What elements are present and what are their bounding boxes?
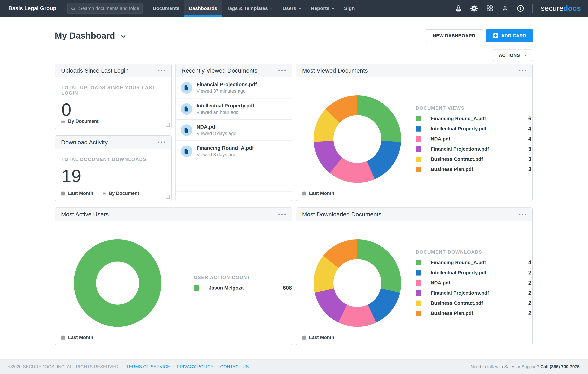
document-icon xyxy=(181,124,192,136)
nav-item-users[interactable]: Users xyxy=(278,0,306,17)
nav-item-reports[interactable]: Reports xyxy=(306,0,339,17)
legend-swatch xyxy=(416,260,421,265)
nav-item-sign[interactable]: Sign xyxy=(339,0,359,17)
terms-of-service-link[interactable]: TERMS OF SERVICE xyxy=(126,364,170,369)
card-menu-ellipsis[interactable] xyxy=(278,212,286,217)
account-name: Basis Legal Group xyxy=(8,5,56,11)
kpi-label: TOTAL DOCUMENT DOWNLOADS xyxy=(62,157,165,162)
legend-row: Financing Round_A.pdf6 xyxy=(416,115,531,122)
flask-icon[interactable] xyxy=(455,5,462,12)
add-card-button[interactable]: ADD CARD xyxy=(486,29,533,42)
legend-row: Business Contract.pdf3 xyxy=(416,156,531,162)
last-month-filter[interactable]: Last Month xyxy=(301,335,334,340)
gear-icon[interactable] xyxy=(470,5,478,12)
search-box[interactable] xyxy=(67,3,143,14)
card-most-viewed-documents: Most Viewed Documents DOCUMENT VIEWS Fin… xyxy=(296,64,533,201)
user-action-legend: USER ACTION COUNT Jason Melgoza608 xyxy=(194,275,292,291)
copyright-text: ©2020 SECUREDOCS, INC. ALL RIGHTS RESERV… xyxy=(8,364,120,369)
page-title: My Dashboard xyxy=(55,31,115,41)
legend-row: Financial Projections.pdf2 xyxy=(416,290,531,296)
card-uploads-since-last-login: Uploads Since Last Login TOTAL UPLOADS S… xyxy=(55,64,172,129)
last-month-filter[interactable]: Last Month xyxy=(301,191,334,196)
nav-divider xyxy=(532,4,533,13)
card-title: Download Activity xyxy=(61,139,108,146)
dashboard-header: My Dashboard NEW DASHBOARD ADD CARD xyxy=(55,28,533,43)
help-icon[interactable]: ? xyxy=(517,5,524,12)
nav-menu: Documents Dashboards Tags & Templates Us… xyxy=(148,0,359,17)
document-downloads-donut-chart xyxy=(314,239,401,327)
card-most-downloaded-documents: Most Downloaded Documents DOCUMENT DOWNL… xyxy=(296,208,533,345)
support-text: Need to talk with Sales or Support? Call… xyxy=(471,364,580,369)
legend-row: NDA.pdf2 xyxy=(416,280,531,286)
grid-apps-icon[interactable] xyxy=(486,5,493,12)
card-menu-ellipsis[interactable] xyxy=(278,68,286,73)
search-input[interactable] xyxy=(67,3,143,14)
card-footer-area xyxy=(176,191,292,201)
user-icon[interactable] xyxy=(501,5,509,12)
dashboard-select-chevron-icon[interactable] xyxy=(120,33,127,40)
card-resize-handle[interactable] xyxy=(166,195,169,199)
chevron-down-icon xyxy=(331,7,335,10)
actions-button[interactable]: ACTIONS xyxy=(493,50,533,61)
recent-document-row[interactable]: NDA.pdfViewed 8 days ago xyxy=(176,120,292,141)
new-dashboard-button[interactable]: NEW DASHBOARD xyxy=(426,29,482,42)
card-resize-handle[interactable] xyxy=(166,123,169,127)
by-document-filter[interactable]: By Document xyxy=(101,191,139,196)
document-views-donut-chart xyxy=(314,95,401,183)
document-name: Financing Round_A.pdf xyxy=(197,145,254,151)
chevron-down-icon xyxy=(270,7,273,10)
legend-row: Business Contract.pdf2 xyxy=(416,300,531,306)
legend-row: Jason Melgoza608 xyxy=(194,285,292,291)
header-divider xyxy=(55,46,533,46)
card-menu-ellipsis[interactable] xyxy=(519,68,526,73)
card-menu-ellipsis[interactable] xyxy=(158,140,165,145)
legend-row: Intellectual Property.pdf2 xyxy=(416,270,531,276)
nav-item-tags-templates[interactable]: Tags & Templates xyxy=(222,0,278,17)
card-menu-ellipsis[interactable] xyxy=(519,212,526,217)
legend-swatch xyxy=(194,285,199,291)
nav-item-dashboards[interactable]: Dashboards xyxy=(184,0,222,17)
viewed-time: Viewed an hour ago xyxy=(197,110,254,115)
calendar-icon xyxy=(301,335,307,340)
legend-swatch xyxy=(416,167,421,172)
nav-item-documents[interactable]: Documents xyxy=(148,0,184,17)
legend-swatch xyxy=(416,156,421,162)
calendar-icon xyxy=(60,191,66,196)
caret-down-icon xyxy=(523,53,527,57)
document-name: Financial Projections.pdf xyxy=(197,82,257,87)
chevron-down-icon xyxy=(298,7,302,10)
list-icon xyxy=(101,191,106,196)
contact-us-link[interactable]: CONTACT US xyxy=(220,364,249,369)
card-most-active-users: Most Active Users USER ACTION COUNT Jaso… xyxy=(55,208,292,345)
legend-row: Financing Round_A.pdf4 xyxy=(416,260,531,266)
cards-grid: Uploads Since Last Login TOTAL UPLOADS S… xyxy=(55,64,533,345)
by-document-filter[interactable]: By Document xyxy=(60,119,98,124)
legend-swatch xyxy=(416,311,421,316)
plus-square-icon xyxy=(493,33,498,39)
privacy-policy-link[interactable]: PRIVACY POLICY xyxy=(177,364,213,369)
card-title: Most Active Users xyxy=(61,211,109,218)
card-menu-ellipsis[interactable] xyxy=(158,68,165,73)
kpi-value: 0 xyxy=(62,101,165,119)
last-month-filter[interactable]: Last Month xyxy=(60,335,93,340)
top-nav: Basis Legal Group Documents Dashboards T… xyxy=(0,0,588,17)
last-month-filter[interactable]: Last Month xyxy=(60,191,93,196)
page-footer: ©2020 SECUREDOCS, INC. ALL RIGHTS RESERV… xyxy=(0,359,588,374)
calendar-icon xyxy=(301,191,307,196)
document-name: Intellectual Property.pdf xyxy=(197,103,254,109)
main-content: My Dashboard NEW DASHBOARD ADD CARD ACTI… xyxy=(0,17,588,345)
card-title: Most Downloaded Documents xyxy=(302,211,381,218)
card-download-activity: Download Activity TOTAL DOCUMENT DOWNLOA… xyxy=(55,135,172,201)
calendar-icon xyxy=(60,335,66,340)
document-icon xyxy=(181,82,192,94)
legend-swatch xyxy=(416,146,421,152)
legend-swatch xyxy=(416,280,421,286)
svg-text:?: ? xyxy=(519,6,522,11)
support-phone: Call (866) 700-7975 xyxy=(540,364,580,369)
recent-document-row[interactable]: Financing Round_A.pdfViewed 8 days ago xyxy=(176,141,292,162)
recent-document-row[interactable]: Intellectual Property.pdfViewed an hour … xyxy=(176,98,292,120)
document-views-legend: DOCUMENT VIEWS Financing Round_A.pdf6 In… xyxy=(416,105,531,173)
document-downloads-legend: DOCUMENT DOWNLOADS Financing Round_A.pdf… xyxy=(416,249,531,316)
recent-document-row[interactable]: Financial Projections.pdfViewed 37 minut… xyxy=(176,77,292,98)
viewed-time: Viewed 37 minutes ago xyxy=(197,89,257,94)
